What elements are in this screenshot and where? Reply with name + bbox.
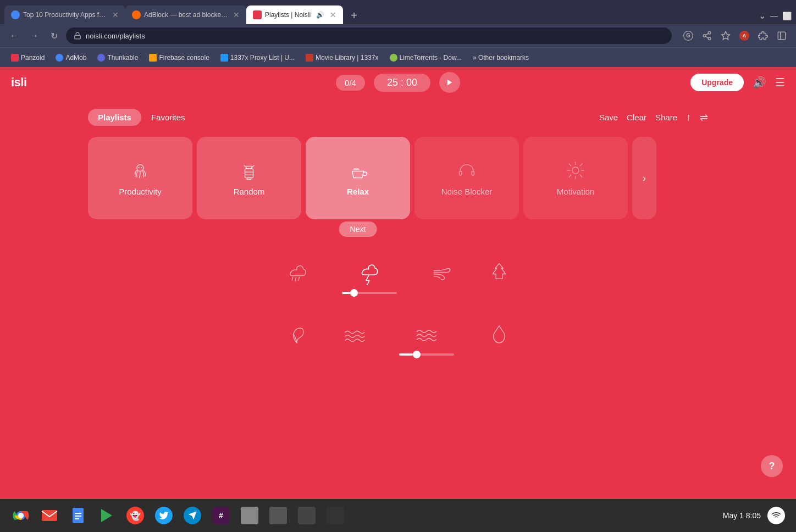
tab-favicon-1	[11, 10, 20, 19]
bookmark-admob[interactable]: AdMob	[51, 52, 91, 64]
reload-button[interactable]: ↻	[46, 28, 62, 43]
sound-item-wind[interactable]	[430, 252, 454, 303]
svg-point-10	[139, 167, 140, 168]
ocean-slider-fill	[399, 353, 413, 356]
bk-icon-panzoid	[11, 54, 19, 62]
taskbar-chrome[interactable]	[11, 506, 31, 525]
next-button[interactable]: Next	[339, 221, 377, 237]
ocean-slider[interactable]	[399, 353, 454, 356]
playlist-card-productivity[interactable]: Productivity	[88, 137, 192, 219]
share-icon[interactable]	[699, 28, 715, 43]
taskbar-docs[interactable]	[68, 506, 88, 525]
taskbar-clipboard[interactable]	[297, 506, 317, 525]
tab-close-1[interactable]: ✕	[112, 10, 119, 19]
play-button[interactable]	[439, 72, 460, 93]
next-cards-button[interactable]: ›	[632, 137, 656, 219]
address-input-bar[interactable]: noisli.com/playlists	[66, 27, 672, 44]
minimize-icon[interactable]: —	[770, 12, 778, 20]
taskbar-twitter[interactable]	[154, 506, 174, 525]
maximize-icon[interactable]: ⬜	[782, 12, 792, 20]
svg-rect-13	[246, 166, 252, 169]
sound-item-rain[interactable]	[285, 252, 309, 303]
tab-noisli[interactable]: Playlists | Noisli 🔊 ✕	[246, 5, 343, 24]
bookmark-panzoid[interactable]: Panzoid	[7, 52, 49, 64]
svg-point-11	[141, 167, 142, 168]
bookmark-star-icon[interactable]	[718, 28, 733, 43]
sort-asc-icon[interactable]: ↑	[686, 112, 691, 123]
bookmark-movie[interactable]: Movie Library | 1337x	[301, 52, 383, 64]
help-button[interactable]: ?	[761, 455, 783, 477]
tab-close-2[interactable]: ✕	[233, 10, 240, 19]
address-bar: ← → ↻ noisli.com/playlists G A	[0, 24, 796, 47]
address-text: noisli.com/playlists	[86, 32, 145, 40]
taskbar-gmail[interactable]	[40, 506, 59, 525]
taskbar-play[interactable]	[97, 506, 117, 525]
playlist-tab-row: Playlists Favorites Save Clear Share ↑ ⇌	[88, 109, 708, 126]
svg-line-26	[292, 277, 292, 280]
octopus-icon	[130, 160, 150, 180]
bookmark-thunkable[interactable]: Thunkable	[93, 52, 142, 64]
tab-close-3[interactable]: ✕	[330, 10, 336, 19]
twitter-bird	[159, 511, 169, 520]
thunder-slider-thumb[interactable]	[350, 289, 358, 297]
puzzle-svg	[758, 31, 768, 41]
cards-container: Productivity Random	[88, 137, 708, 219]
favorites-tab[interactable]: Favorites	[141, 109, 195, 126]
bk-label-admob: AdMob	[65, 54, 86, 62]
taskbar-slack[interactable]: #	[211, 506, 231, 525]
sound-item-thunder[interactable]	[342, 252, 397, 303]
snapchat-bg: 👻	[126, 507, 144, 524]
sound-item-drop[interactable]	[487, 314, 511, 364]
bookmark-limetorrents[interactable]: LimeTorrents - Dow...	[385, 52, 466, 64]
slack-char: #	[219, 511, 223, 520]
tab-list-icon[interactable]: ⌄	[759, 10, 766, 21]
forward-button[interactable]: →	[26, 28, 42, 43]
save-button[interactable]: Save	[599, 113, 618, 122]
bookmark-1337x[interactable]: 1337x Proxy List | U...	[216, 52, 299, 64]
adblock-icon[interactable]: A	[737, 28, 752, 43]
clear-button[interactable]: Clear	[627, 113, 646, 122]
back-button[interactable]: ←	[7, 28, 22, 43]
sound-item-forest[interactable]	[487, 252, 511, 303]
bookmark-firebase[interactable]: Firebase console	[145, 52, 213, 64]
sound-item-wave-light[interactable]	[342, 314, 366, 364]
tab-window-controls: ⌄ — ⬜	[759, 10, 792, 24]
sound-item-ocean[interactable]	[399, 314, 454, 364]
taskbar-pen[interactable]	[268, 506, 288, 525]
volume-icon[interactable]: 🔊	[753, 76, 766, 89]
thunder-slider[interactable]	[342, 292, 397, 294]
ocean-slider-thumb[interactable]	[413, 351, 421, 358]
sidebar-browser-icon[interactable]	[774, 28, 789, 43]
playlist-card-motivation[interactable]: Motivation	[523, 137, 628, 219]
playlists-tab[interactable]: Playlists	[88, 109, 141, 126]
bookmark-other[interactable]: » Other bookmarks	[468, 52, 533, 64]
share-svg	[702, 31, 712, 41]
tab-productivity[interactable]: Top 10 Productivity Apps for Chr... ✕	[4, 5, 125, 24]
svg-rect-0	[75, 35, 81, 38]
motivation-label: Motivation	[557, 187, 594, 196]
taskbar-telegram[interactable]	[183, 506, 202, 525]
menu-icon[interactable]: ☰	[775, 76, 785, 89]
tab-title-2: AdBlock — best ad blocker - Chr...	[144, 11, 230, 19]
bk-icon-movie	[306, 54, 313, 62]
upgrade-button[interactable]: Upgrade	[690, 74, 744, 91]
random-label: Random	[234, 187, 265, 196]
taskbar-wallet[interactable]	[240, 506, 259, 525]
extensions-icon[interactable]	[755, 28, 771, 43]
taskbar-snapchat[interactable]: 👻	[125, 506, 145, 525]
svg-point-9	[137, 164, 143, 171]
tab-adblock[interactable]: AdBlock — best ad blocker - Chr... ✕	[125, 5, 246, 24]
playlist-card-noise-blocker[interactable]: Noise Blocker	[414, 137, 519, 219]
adblock-badge: A	[739, 31, 749, 41]
share-button[interactable]: Share	[655, 113, 677, 122]
telegram-bg	[184, 507, 201, 524]
shuffle-icon[interactable]: ⇌	[700, 112, 708, 124]
chevron-right-icon: ›	[643, 173, 646, 184]
taskbar-phone[interactable]	[325, 506, 345, 525]
google-icon[interactable]: G	[681, 28, 696, 43]
playlist-card-random[interactable]: Random	[197, 137, 301, 219]
new-tab-button[interactable]: +	[345, 7, 363, 24]
playlist-card-relax[interactable]: Relax Next	[306, 137, 410, 219]
sound-item-leaf[interactable]	[285, 314, 309, 364]
svg-text:G: G	[686, 32, 690, 38]
